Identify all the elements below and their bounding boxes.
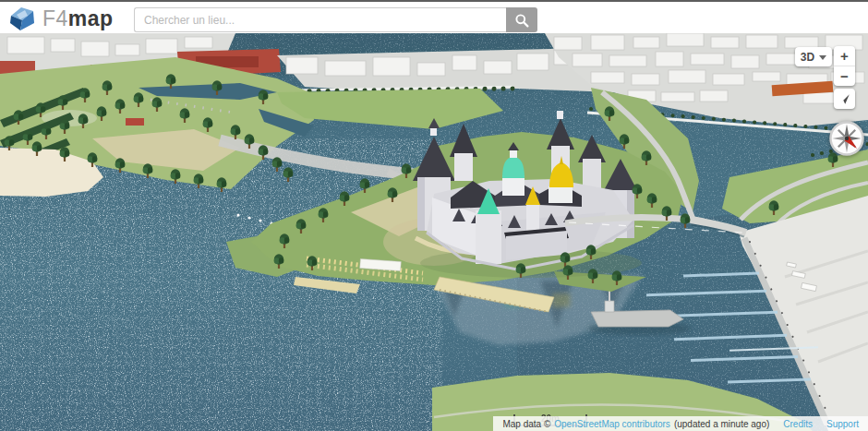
map-data-text: Map data © bbox=[502, 419, 550, 429]
search-input[interactable] bbox=[134, 7, 515, 32]
search-icon bbox=[514, 13, 529, 28]
view-mode-button[interactable]: 3D bbox=[795, 47, 832, 66]
search-button[interactable] bbox=[506, 7, 537, 32]
locate-button[interactable] bbox=[834, 89, 855, 109]
zoom-in-button[interactable]: + bbox=[834, 46, 855, 66]
view-mode-label: 3D bbox=[801, 51, 814, 64]
map-3d-scene[interactable] bbox=[0, 0, 868, 431]
top-bar: F4map bbox=[0, 0, 868, 33]
attribution-bar: Map data © OpenStreetMap contributors (u… bbox=[493, 416, 868, 431]
chevron-down-icon bbox=[819, 55, 826, 64]
f4map-logo-icon bbox=[7, 5, 37, 32]
search-box bbox=[134, 7, 537, 32]
support-link[interactable]: Support bbox=[826, 419, 859, 429]
zoom-out-button[interactable]: − bbox=[834, 66, 855, 86]
updated-note: (updated a minute ago) bbox=[674, 419, 769, 429]
zoom-controls: + − bbox=[834, 46, 855, 86]
compass-control[interactable] bbox=[828, 120, 865, 157]
compass-rose-icon bbox=[828, 120, 865, 157]
navigation-arrow-icon bbox=[838, 92, 851, 106]
logo-text: F4map bbox=[42, 5, 114, 32]
f4map-app: F4map 3D + − bbox=[0, 0, 868, 431]
f4map-logo[interactable]: F4map bbox=[7, 5, 114, 32]
credits-link[interactable]: Credits bbox=[783, 419, 813, 429]
osm-contributors-link[interactable]: OpenStreetMap contributors bbox=[554, 419, 670, 429]
